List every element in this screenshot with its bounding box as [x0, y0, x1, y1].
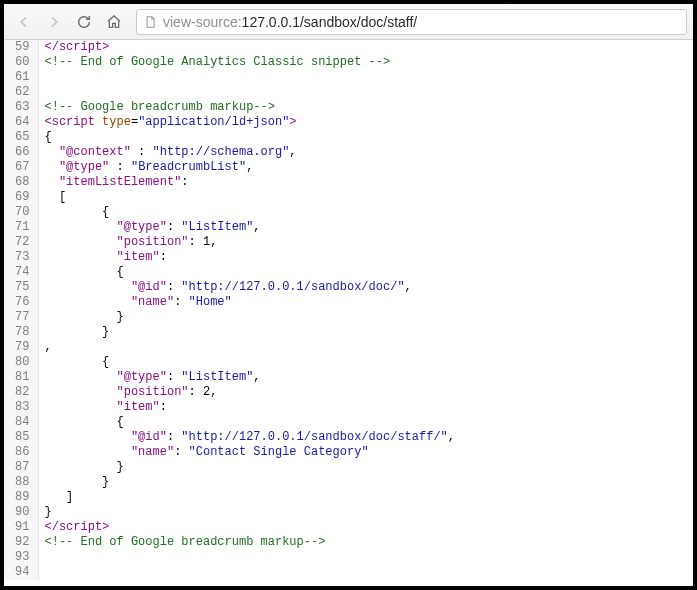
source-line: 69 [: [4, 190, 455, 205]
line-source[interactable]: }: [38, 475, 455, 490]
line-number: 77: [4, 310, 38, 325]
line-number: 64: [4, 115, 38, 130]
source-line: 78 }: [4, 325, 455, 340]
line-number: 76: [4, 295, 38, 310]
line-source[interactable]: "name": "Contact Single Category": [38, 445, 455, 460]
line-number: 84: [4, 415, 38, 430]
url-main: 127.0.0.1/sandbox/doc/staff/: [242, 14, 418, 30]
back-button[interactable]: [10, 8, 38, 36]
url-prefix: view-source:: [163, 14, 242, 30]
source-line: 80 {: [4, 355, 455, 370]
address-bar[interactable]: view-source:127.0.0.1/sandbox/doc/staff/: [136, 9, 687, 35]
line-number: 85: [4, 430, 38, 445]
reload-button[interactable]: [70, 8, 98, 36]
line-source[interactable]: [38, 70, 455, 85]
source-line: 85 "@id": "http://127.0.0.1/sandbox/doc/…: [4, 430, 455, 445]
line-source[interactable]: <!-- End of Google Analytics Classic sni…: [38, 55, 455, 70]
line-source[interactable]: "@id": "http://127.0.0.1/sandbox/doc/sta…: [38, 430, 455, 445]
line-number: 78: [4, 325, 38, 340]
source-line: 67 "@type" : "BreadcrumbList",: [4, 160, 455, 175]
source-line: 82 "position": 2,: [4, 385, 455, 400]
viewport: 59</script>60<!-- End of Google Analytic…: [4, 40, 693, 586]
forward-button[interactable]: [40, 8, 68, 36]
source-line: 59</script>: [4, 40, 455, 55]
line-source[interactable]: {: [38, 205, 455, 220]
line-source[interactable]: {: [38, 415, 455, 430]
line-number: 90: [4, 505, 38, 520]
source-line: 73 "item":: [4, 250, 455, 265]
source-line: 74 {: [4, 265, 455, 280]
line-number: 70: [4, 205, 38, 220]
source-line: 89 ]: [4, 490, 455, 505]
line-source[interactable]: [38, 550, 455, 565]
line-source[interactable]: <script type="application/ld+json">: [38, 115, 455, 130]
source-line: 68 "itemListElement":: [4, 175, 455, 190]
line-source[interactable]: [38, 565, 455, 580]
line-source[interactable]: [: [38, 190, 455, 205]
line-number: 65: [4, 130, 38, 145]
home-button[interactable]: [100, 8, 128, 36]
source-line: 63<!-- Google breadcrumb markup-->: [4, 100, 455, 115]
source-line: 61: [4, 70, 455, 85]
source-line: 93: [4, 550, 455, 565]
line-number: 68: [4, 175, 38, 190]
line-number: 94: [4, 565, 38, 580]
source-line: 71 "@type": "ListItem",: [4, 220, 455, 235]
line-number: 81: [4, 370, 38, 385]
line-source[interactable]: {: [38, 130, 455, 145]
line-source[interactable]: "position": 1,: [38, 235, 455, 250]
line-source[interactable]: "@type": "ListItem",: [38, 370, 455, 385]
line-source[interactable]: <!-- Google breadcrumb markup-->: [38, 100, 455, 115]
line-source[interactable]: </script>: [38, 520, 455, 535]
url-text: view-source:127.0.0.1/sandbox/doc/staff/: [163, 14, 417, 30]
line-source[interactable]: [38, 85, 455, 100]
line-number: 73: [4, 250, 38, 265]
line-number: 88: [4, 475, 38, 490]
line-number: 60: [4, 55, 38, 70]
line-source[interactable]: }: [38, 310, 455, 325]
source-line: 62: [4, 85, 455, 100]
line-source[interactable]: "name": "Home": [38, 295, 455, 310]
source-line: 81 "@type": "ListItem",: [4, 370, 455, 385]
line-source[interactable]: }: [38, 325, 455, 340]
line-number: 75: [4, 280, 38, 295]
source-line: 83 "item":: [4, 400, 455, 415]
browser-window: view-source:127.0.0.1/sandbox/doc/staff/…: [4, 4, 693, 586]
line-source[interactable]: "@id": "http://127.0.0.1/sandbox/doc/",: [38, 280, 455, 295]
line-number: 92: [4, 535, 38, 550]
source-code-table: 59</script>60<!-- End of Google Analytic…: [4, 40, 455, 580]
line-source[interactable]: ,: [38, 340, 455, 355]
source-line: 76 "name": "Home": [4, 295, 455, 310]
source-line: 88 }: [4, 475, 455, 490]
line-source[interactable]: <!-- End of Google breadcrumb markup-->: [38, 535, 455, 550]
line-number: 61: [4, 70, 38, 85]
line-source[interactable]: "item":: [38, 400, 455, 415]
line-source[interactable]: "@type": "ListItem",: [38, 220, 455, 235]
line-number: 67: [4, 160, 38, 175]
line-source[interactable]: "item":: [38, 250, 455, 265]
line-number: 93: [4, 550, 38, 565]
line-source[interactable]: }: [38, 460, 455, 475]
line-source[interactable]: }: [38, 505, 455, 520]
line-number: 74: [4, 265, 38, 280]
line-number: 83: [4, 400, 38, 415]
line-number: 89: [4, 490, 38, 505]
line-source[interactable]: </script>: [38, 40, 455, 55]
line-source[interactable]: {: [38, 265, 455, 280]
page-icon: [143, 15, 157, 29]
source-line: 86 "name": "Contact Single Category": [4, 445, 455, 460]
line-number: 86: [4, 445, 38, 460]
source-line: 66 "@context" : "http://schema.org",: [4, 145, 455, 160]
source-line: 92<!-- End of Google breadcrumb markup--…: [4, 535, 455, 550]
line-source[interactable]: ]: [38, 490, 455, 505]
source-scroll[interactable]: 59</script>60<!-- End of Google Analytic…: [4, 40, 693, 586]
line-source[interactable]: {: [38, 355, 455, 370]
line-source[interactable]: "itemListElement":: [38, 175, 455, 190]
line-source[interactable]: "position": 2,: [38, 385, 455, 400]
line-number: 82: [4, 385, 38, 400]
line-number: 80: [4, 355, 38, 370]
line-source[interactable]: "@context" : "http://schema.org",: [38, 145, 455, 160]
line-number: 69: [4, 190, 38, 205]
line-source[interactable]: "@type" : "BreadcrumbList",: [38, 160, 455, 175]
source-line: 94: [4, 565, 455, 580]
